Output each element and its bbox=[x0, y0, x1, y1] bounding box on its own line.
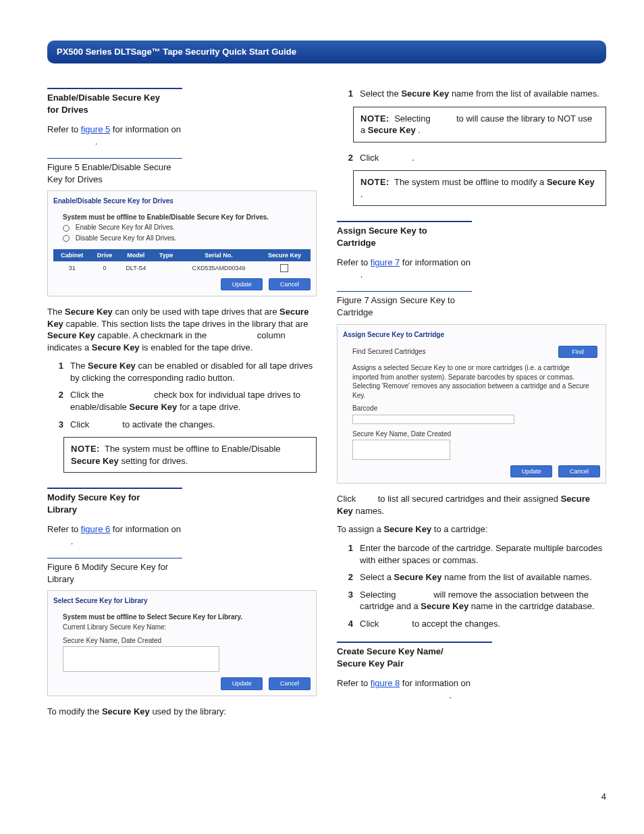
section-title-enable-disable: Enable/Disable Secure Key for Drives bbox=[47, 88, 182, 115]
update-button[interactable]: Update bbox=[510, 465, 552, 477]
update-button[interactable]: Update bbox=[221, 677, 263, 689]
barcode-field[interactable] bbox=[352, 415, 514, 424]
radio-icon[interactable] bbox=[63, 225, 70, 232]
para: Refer to figure 6 for information on pla… bbox=[47, 523, 317, 547]
sect-line: for Drives bbox=[47, 105, 88, 115]
th: Secure Key bbox=[259, 249, 311, 261]
text: The bbox=[70, 361, 88, 371]
text: To assign a bbox=[337, 524, 383, 534]
barcode-label: Barcode bbox=[352, 404, 597, 413]
step-number: 1 bbox=[337, 542, 360, 566]
para: Refer to figure 7 for information on pla… bbox=[337, 257, 606, 280]
text: . bbox=[95, 136, 98, 147]
figure-5-panel: Enable/Disable Secure Key for Drives Sys… bbox=[47, 190, 317, 296]
text: Refer to bbox=[47, 524, 81, 534]
list-item: 1 The Secure Key can be enabled or disab… bbox=[47, 360, 317, 384]
text: . bbox=[412, 153, 414, 163]
text-bold: Secure Key bbox=[547, 177, 595, 187]
td: 31 bbox=[53, 261, 90, 274]
th: Cabinet bbox=[53, 249, 90, 261]
text: . bbox=[418, 125, 421, 135]
text-bold: Secure Key bbox=[71, 456, 119, 466]
text: To modify the bbox=[47, 706, 102, 716]
panel-warning: System must be offline to Enable/Disable… bbox=[63, 213, 308, 222]
th: Model bbox=[119, 249, 153, 261]
list-item: 1 Select the Secure Key name from the li… bbox=[337, 88, 606, 100]
list-item: 4 Click Update to accept the changes. bbox=[337, 618, 606, 630]
cancel-button[interactable]: Cancel bbox=[269, 677, 311, 689]
list-item: 2 Select a Secure Key name from the list… bbox=[337, 571, 606, 583]
text: Click bbox=[337, 494, 358, 504]
cap-line: Figure 6 Modify Secure Key for bbox=[47, 562, 168, 572]
text-bold: Secure Key bbox=[401, 88, 449, 99]
table-row: 31 0 DLT-S4 CXD535AMD00349 bbox=[53, 261, 311, 274]
figure-7-caption: Figure 7 Assign Secure Key to Cartridge bbox=[337, 294, 606, 318]
steps-modify-2: 2 Click Update . bbox=[337, 152, 606, 164]
note-box: NOTE: The system must be offline to modi… bbox=[353, 170, 606, 206]
text-bold: Secure Key bbox=[368, 125, 416, 135]
link-figure-8[interactable]: figure 8 bbox=[371, 678, 400, 688]
th: Serial No. bbox=[179, 249, 259, 261]
text: for information on bbox=[402, 678, 471, 688]
find-button[interactable]: Find bbox=[558, 346, 597, 358]
text: Click bbox=[360, 153, 381, 163]
cap-line: Key for Drives bbox=[47, 174, 103, 184]
panel-title: Assign Secure Key to Cartridge bbox=[343, 330, 600, 340]
page-banner: PX500 Series DLTSage™ Tape Security Quic… bbox=[47, 41, 606, 63]
secure-key-dropdown[interactable] bbox=[63, 646, 219, 672]
td bbox=[153, 261, 179, 274]
td: DLT-S4 bbox=[119, 261, 153, 274]
text: name in the cartridge database. bbox=[471, 601, 595, 611]
radio-row-enable-all[interactable]: Enable Secure Key for All Drives. bbox=[63, 223, 308, 232]
text: capable. A checkmark in the bbox=[97, 330, 207, 340]
drives-table: Cabinet Drive Model Type Serial No. Secu… bbox=[53, 249, 311, 274]
text-bold: Secure Key bbox=[129, 402, 177, 412]
ghost-text: None bbox=[433, 113, 456, 124]
sect-line: Modify Secure Key for bbox=[47, 492, 140, 502]
text: Select the bbox=[360, 88, 401, 99]
list-item: 2 Click Update . bbox=[337, 152, 606, 164]
list-item: 1 Enter the barcode of the cartridge. Se… bbox=[337, 542, 606, 566]
text-bold: Secure Key bbox=[47, 330, 95, 340]
secure-key-checkbox[interactable] bbox=[280, 264, 288, 272]
cancel-button[interactable]: Cancel bbox=[558, 465, 600, 477]
link-figure-6[interactable]: figure 6 bbox=[81, 524, 110, 534]
link-figure-7[interactable]: figure 7 bbox=[371, 257, 400, 267]
td bbox=[259, 261, 311, 274]
link-figure-5[interactable]: figure 5 bbox=[81, 124, 110, 134]
list-item: 2 Click the Secure Key check box for ind… bbox=[47, 389, 317, 413]
panel-warning: System must be offline to Select Secure … bbox=[63, 613, 308, 622]
text: Enter the barcode of the cartridge. Sepa… bbox=[360, 542, 606, 566]
section-title-assign: Assign Secure Key to Cartridge bbox=[337, 221, 472, 249]
radio-row-disable-all[interactable]: Disable Secure Key for All Drives. bbox=[63, 234, 308, 243]
td: CXD535AMD00349 bbox=[179, 261, 259, 274]
step-number: 4 bbox=[337, 618, 360, 630]
note-label: NOTE: bbox=[360, 177, 390, 187]
ghost-text: Find bbox=[358, 494, 378, 504]
text: Select a bbox=[360, 572, 394, 582]
text: Refer to bbox=[337, 257, 371, 267]
text: name from the list of available names. bbox=[452, 88, 599, 99]
text-bold: Secure Key bbox=[383, 524, 431, 534]
update-button[interactable]: Update bbox=[221, 278, 263, 290]
text: Selecting bbox=[360, 590, 398, 600]
step-number: 3 bbox=[47, 419, 70, 431]
step-number: 3 bbox=[337, 589, 360, 613]
text: for a tape drive. bbox=[180, 402, 240, 412]
text-bold: Secure Key bbox=[92, 342, 140, 353]
secure-key-dropdown[interactable] bbox=[352, 440, 450, 460]
content-columns: Enable/Disable Secure Key for Drives Ref… bbox=[47, 88, 606, 773]
sk-label: Secure Key Name, Date Created bbox=[352, 429, 597, 439]
text: Click bbox=[360, 619, 381, 629]
text: The bbox=[47, 307, 65, 317]
radio-icon[interactable] bbox=[63, 235, 70, 242]
text: capable. This section lists the tape dri… bbox=[65, 319, 308, 329]
cap-line: Cartridge bbox=[337, 307, 373, 317]
ghost-text: Secure Key bbox=[106, 390, 154, 400]
para: The Secure Key can only be used with tap… bbox=[47, 306, 317, 353]
step-number: 2 bbox=[337, 571, 360, 583]
sect-line: Enable/Disable Secure Key bbox=[47, 93, 160, 103]
td: 0 bbox=[90, 261, 118, 274]
field-label: Secure Key Name, Date Created bbox=[63, 636, 308, 646]
cancel-button[interactable]: Cancel bbox=[269, 278, 311, 290]
